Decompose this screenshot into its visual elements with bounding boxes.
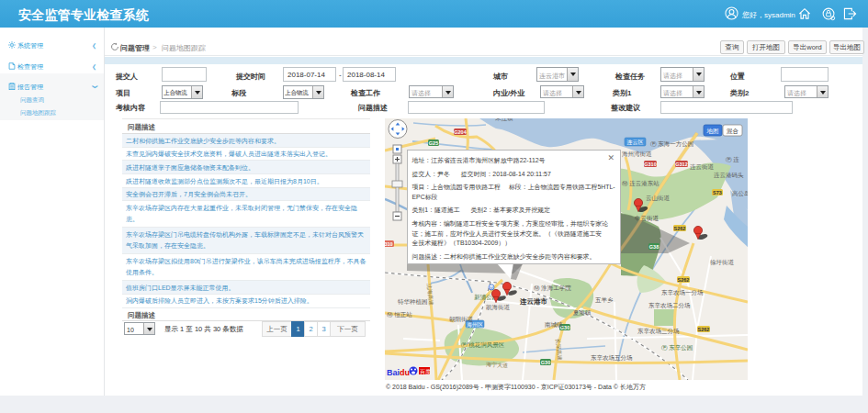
svg-text:连云港市: 连云港市: [519, 297, 548, 306]
svg-text:地图: 地图: [707, 128, 719, 134]
svg-text:连云港码头: 连云港码头: [714, 172, 744, 179]
svg-text:S262: S262: [678, 277, 690, 283]
svg-text:G310: G310: [644, 162, 656, 167]
svg-text:凯海街道: 凯海街道: [486, 304, 511, 311]
svg-text:M: M: [490, 286, 493, 291]
svg-text:夏港镇: 夏港镇: [573, 309, 592, 317]
svg-text:S262: S262: [674, 226, 686, 231]
svg-text:S262: S262: [698, 327, 710, 332]
svg-text:徐圩街道: 徐圩街道: [710, 259, 735, 266]
svg-text:G312: G312: [675, 162, 687, 167]
svg-text:混合: 混合: [727, 128, 739, 135]
svg-text:东辛农场一分场: 东辛农场一分场: [661, 289, 704, 296]
svg-text:G38: G38: [649, 244, 659, 250]
svg-text:G204: G204: [454, 129, 467, 135]
svg-text:G25: G25: [429, 140, 438, 146]
svg-text:海州湾街道: 海州湾街道: [622, 151, 652, 158]
svg-text:Ⓜ 连云港东站: Ⓜ 连云港东站: [622, 180, 659, 187]
svg-text:百度: 百度: [420, 368, 431, 375]
svg-text:Ⓟ 桃花涧风景区: Ⓟ 桃花涧风景区: [461, 341, 505, 349]
svg-text:Ⓜ 恒正站: Ⓜ 恒正站: [387, 311, 412, 318]
svg-text:du: du: [400, 368, 410, 377]
svg-text:特华种植园: 特华种植园: [398, 298, 428, 306]
svg-text:连云街道: 连云街道: [690, 163, 715, 171]
svg-text:高公岛: 高公岛: [732, 190, 748, 196]
svg-text:S73: S73: [713, 190, 722, 195]
svg-text:东辛农场三分场: 东辛农场三分场: [637, 328, 680, 335]
svg-text:G30: G30: [541, 360, 550, 365]
svg-text:Ⓟ 东海一方公园: Ⓟ 东海一方公园: [650, 140, 693, 148]
svg-text:310: 310: [385, 241, 393, 247]
svg-text:Ⓟ 连: Ⓟ 连: [726, 156, 739, 162]
svg-text:连云区: 连云区: [627, 139, 644, 146]
svg-text:Bai: Bai: [387, 368, 400, 377]
svg-text:东辛农场五分场: 东辛农场五分场: [591, 354, 633, 362]
svg-text:五羊乡: 五羊乡: [595, 296, 614, 304]
svg-text:Ⓜ 淮海工学院: Ⓜ 淮海工学院: [534, 285, 571, 292]
svg-text:朝阳街道: 朝阳街道: [449, 316, 474, 323]
svg-text:南城镇: 南城镇: [545, 321, 563, 328]
svg-text:海宁大道: 海宁大道: [486, 361, 508, 368]
svg-text:中云街道: 中云街道: [635, 215, 659, 222]
svg-text:东辛农场二分场: 东辛农场二分场: [648, 302, 691, 309]
svg-text:Ⓟ 东辛公园: Ⓟ 东辛公园: [661, 344, 693, 351]
svg-text:云山街道: 云山街道: [646, 195, 671, 202]
